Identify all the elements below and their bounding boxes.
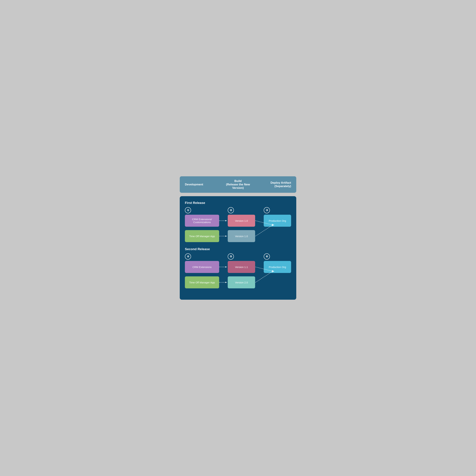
version-2-0-box: Version 2.0 bbox=[228, 276, 255, 288]
first-release-title: First Release bbox=[185, 201, 291, 205]
version-1-0-pink-box: Version 1.0 bbox=[228, 215, 255, 227]
arrow-4-to-5-bottom bbox=[219, 281, 228, 284]
header: Development Build (Release the New Versi… bbox=[180, 176, 296, 193]
production-org-box-1: Production Org bbox=[264, 215, 291, 227]
second-release-title: Second Release bbox=[185, 247, 291, 251]
crm-extensions-box-2: CRM Extensions bbox=[185, 261, 219, 273]
svg-marker-3 bbox=[225, 236, 227, 237]
step-6-circle: ⑥ bbox=[264, 254, 270, 260]
header-col-build: Build (Release the New Version) bbox=[220, 179, 256, 190]
first-release-diagram: CRM Extensions/ Customizations Version 1… bbox=[185, 215, 291, 242]
svg-marker-8 bbox=[225, 266, 227, 268]
main-area: First Release ① ② ③ CRM Extension bbox=[180, 196, 296, 300]
header-col-development: Development bbox=[185, 183, 220, 186]
header-col-deploy: Deploy Artifact (Separately) bbox=[256, 181, 291, 188]
version-1-1-box: Version 1.1 bbox=[228, 261, 255, 273]
time-off-manager-box-2: Time Off Manager App bbox=[185, 276, 219, 288]
version-1-0-steel-box: Version 1.0 bbox=[228, 230, 255, 242]
first-release-section: First Release ① ② ③ CRM Extension bbox=[185, 201, 291, 242]
svg-marker-1 bbox=[225, 220, 227, 221]
arrow-1-to-2-top bbox=[219, 219, 228, 222]
step-5-circle: ⑤ bbox=[228, 254, 234, 260]
step-3-circle: ③ bbox=[264, 207, 270, 213]
production-org-box-2: Production Org bbox=[264, 261, 291, 273]
crm-extensions-box-1: CRM Extensions/ Customizations bbox=[185, 215, 219, 227]
second-release-section: Second Release ④ ⑤ ⑥ CRM Extensio bbox=[185, 247, 291, 288]
step-4-circle: ④ bbox=[185, 254, 191, 260]
second-release-diagram: CRM Extensions Version 1.1 Production Or… bbox=[185, 261, 291, 288]
step-2-circle: ② bbox=[228, 207, 234, 213]
svg-marker-10 bbox=[225, 282, 227, 283]
arrow-4-to-5-top bbox=[219, 265, 228, 269]
arrow-1-to-2-bottom bbox=[219, 234, 228, 238]
time-off-manager-box-1: Time Off Manager App bbox=[185, 230, 219, 242]
step-1-circle: ① bbox=[185, 207, 191, 213]
outer-container: Development Build (Release the New Versi… bbox=[175, 171, 301, 305]
